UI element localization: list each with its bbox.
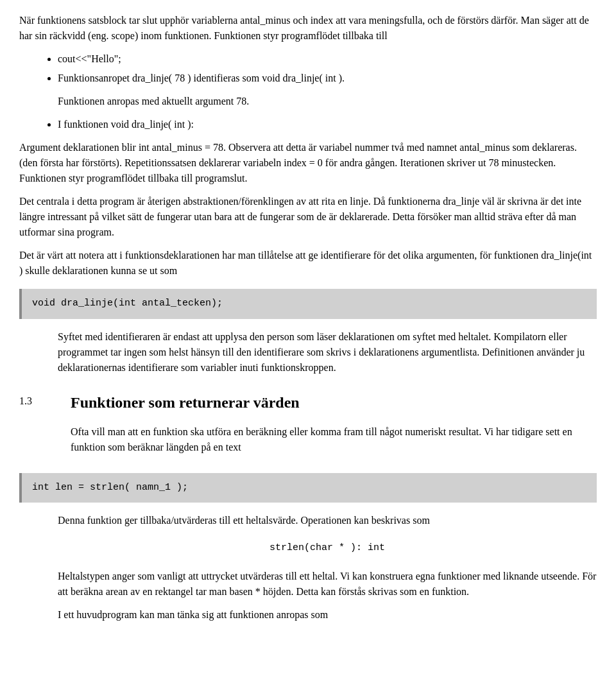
paragraph-3: Argument deklarationen blir int antal_mi… — [19, 140, 597, 186]
paragraph-5: Det är värt att notera att i funktionsde… — [19, 248, 597, 279]
indent-block-2: Syftet med identifieraren är endast att … — [19, 329, 597, 375]
paragraph-6: Syftet med identifieraren är endast att … — [58, 329, 597, 375]
paragraph-1: När funktionens satsblock tar slut upphö… — [19, 13, 597, 44]
section-1-3: 1.3 Funktioner som returnerar värden Oft… — [19, 391, 597, 463]
paragraph-7: Ofta vill man att en funktion ska utföra… — [71, 424, 597, 455]
section-title: Funktioner som returnerar värden — [71, 391, 597, 414]
bullet-list-1: cout<<"Hello"; Funktionsanropet dra_linj… — [58, 51, 597, 86]
centered-code-block: strlen(char * ): int — [58, 541, 597, 556]
bullet-item-2: Funktionsanropet dra_linje( 78 ) identif… — [58, 71, 597, 86]
code-block-2: int len = strlen( namn_1 ); — [19, 473, 597, 503]
section-number: 1.3 — [19, 391, 71, 463]
section-body: Funktioner som returnerar värden Ofta vi… — [71, 391, 597, 463]
paragraph-2: Funktionen anropas med aktuellt argument… — [58, 94, 597, 109]
page-content: När funktionens satsblock tar slut upphö… — [19, 13, 597, 623]
paragraph-10: I ett huvudprogram kan man tänka sig att… — [58, 607, 597, 623]
indent-block-3: Denna funktion ger tillbaka/utvärderas t… — [19, 513, 597, 623]
indent-block-1: Funktionen anropas med aktuellt argument… — [19, 94, 597, 109]
bullet-list-2: I funktionen void dra_linje( int ): — [58, 117, 597, 132]
bullet-item-1: cout<<"Hello"; — [58, 51, 597, 67]
bullet-item-3: I funktionen void dra_linje( int ): — [58, 117, 597, 132]
code-block-1: void dra_linje(int antal_tecken); — [19, 289, 597, 319]
paragraph-4: Det centrala i detta program är återigen… — [19, 194, 597, 240]
paragraph-9: Heltalstypen anger som vanligt att uttry… — [58, 569, 597, 599]
paragraph-8: Denna funktion ger tillbaka/utvärderas t… — [58, 513, 597, 528]
